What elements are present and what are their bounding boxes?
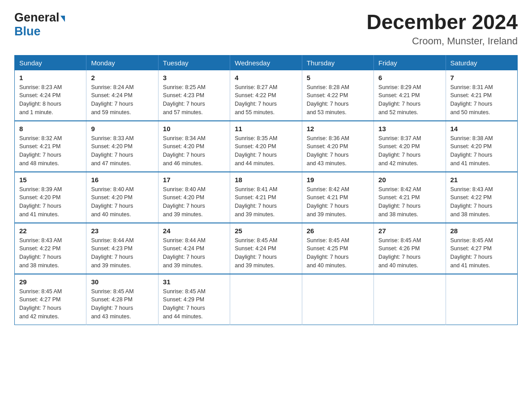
- day-info: Sunrise: 8:25 AMSunset: 4:23 PMDaylight:…: [163, 84, 206, 116]
- day-number: 30: [91, 278, 153, 286]
- calendar-day-cell: 19 Sunrise: 8:42 AMSunset: 4:21 PMDaylig…: [302, 172, 373, 223]
- calendar-day-cell: 22 Sunrise: 8:43 AMSunset: 4:22 PMDaylig…: [15, 223, 86, 274]
- calendar-day-cell: 2 Sunrise: 8:24 AMSunset: 4:24 PMDayligh…: [86, 70, 158, 121]
- day-number: 11: [235, 125, 297, 133]
- calendar-day-cell: 29 Sunrise: 8:45 AMSunset: 4:27 PMDaylig…: [15, 274, 86, 325]
- day-number: 24: [163, 227, 225, 235]
- logo-blue-text: Blue: [14, 25, 41, 39]
- day-info: Sunrise: 8:42 AMSunset: 4:21 PMDaylight:…: [378, 186, 421, 218]
- calendar-day-cell: 12 Sunrise: 8:36 AMSunset: 4:20 PMDaylig…: [302, 121, 373, 172]
- day-info: Sunrise: 8:41 AMSunset: 4:21 PMDaylight:…: [235, 186, 277, 218]
- day-info: Sunrise: 8:35 AMSunset: 4:20 PMDaylight:…: [235, 135, 277, 167]
- day-number: 31: [163, 278, 225, 286]
- calendar-day-cell: [446, 274, 517, 325]
- day-info: Sunrise: 8:31 AMSunset: 4:21 PMDaylight:…: [450, 84, 493, 116]
- day-of-week-header: Wednesday: [230, 55, 302, 70]
- day-number: 15: [19, 176, 82, 184]
- day-info: Sunrise: 8:39 AMSunset: 4:20 PMDaylight:…: [19, 186, 62, 218]
- day-info: Sunrise: 8:45 AMSunset: 4:25 PMDaylight:…: [307, 237, 349, 269]
- day-info: Sunrise: 8:40 AMSunset: 4:20 PMDaylight:…: [163, 186, 206, 218]
- day-number: 19: [307, 176, 369, 184]
- day-of-week-header: Saturday: [446, 55, 517, 70]
- day-number: 9: [91, 125, 153, 133]
- day-info: Sunrise: 8:43 AMSunset: 4:22 PMDaylight:…: [19, 237, 62, 269]
- day-number: 6: [378, 74, 441, 81]
- calendar-day-cell: 6 Sunrise: 8:29 AMSunset: 4:21 PMDayligh…: [374, 70, 446, 121]
- calendar-subtitle: Croom, Munster, Ireland: [366, 35, 518, 47]
- calendar-day-cell: 21 Sunrise: 8:43 AMSunset: 4:22 PMDaylig…: [446, 172, 517, 223]
- calendar-day-cell: 26 Sunrise: 8:45 AMSunset: 4:25 PMDaylig…: [302, 223, 373, 274]
- calendar-day-cell: 25 Sunrise: 8:45 AMSunset: 4:24 PMDaylig…: [230, 223, 302, 274]
- calendar-title: December 2024: [366, 11, 518, 34]
- calendar-day-cell: 5 Sunrise: 8:28 AMSunset: 4:22 PMDayligh…: [302, 70, 373, 121]
- calendar-day-cell: [374, 274, 446, 325]
- day-number: 4: [235, 74, 297, 81]
- calendar-day-cell: 1 Sunrise: 8:23 AMSunset: 4:24 PMDayligh…: [15, 70, 86, 121]
- calendar-day-cell: [230, 274, 302, 325]
- calendar-title-section: December 2024 Croom, Munster, Ireland: [366, 11, 518, 47]
- day-number: 21: [450, 176, 513, 184]
- day-info: Sunrise: 8:42 AMSunset: 4:21 PMDaylight:…: [307, 186, 349, 218]
- calendar-day-cell: 9 Sunrise: 8:33 AMSunset: 4:20 PMDayligh…: [86, 121, 158, 172]
- logo: General Blue: [14, 11, 65, 39]
- day-number: 20: [378, 176, 441, 184]
- day-info: Sunrise: 8:28 AMSunset: 4:22 PMDaylight:…: [307, 84, 349, 116]
- day-number: 22: [19, 227, 82, 235]
- day-info: Sunrise: 8:37 AMSunset: 4:20 PMDaylight:…: [378, 135, 421, 167]
- calendar-day-cell: 27 Sunrise: 8:45 AMSunset: 4:26 PMDaylig…: [374, 223, 446, 274]
- day-info: Sunrise: 8:36 AMSunset: 4:20 PMDaylight:…: [307, 135, 349, 167]
- day-info: Sunrise: 8:45 AMSunset: 4:27 PMDaylight:…: [19, 288, 62, 320]
- day-number: 13: [378, 125, 441, 133]
- calendar-table: SundayMondayTuesdayWednesdayThursdayFrid…: [14, 55, 518, 325]
- calendar-day-cell: 14 Sunrise: 8:38 AMSunset: 4:20 PMDaylig…: [446, 121, 517, 172]
- day-number: 8: [19, 125, 82, 133]
- day-number: 29: [19, 278, 82, 286]
- calendar-day-cell: 11 Sunrise: 8:35 AMSunset: 4:20 PMDaylig…: [230, 121, 302, 172]
- day-of-week-header: Friday: [374, 55, 446, 70]
- day-number: 16: [91, 176, 153, 184]
- day-of-week-header: Thursday: [302, 55, 373, 70]
- day-number: 26: [307, 227, 369, 235]
- day-number: 1: [19, 74, 82, 81]
- calendar-week-row: 15 Sunrise: 8:39 AMSunset: 4:20 PMDaylig…: [15, 172, 518, 223]
- day-info: Sunrise: 8:43 AMSunset: 4:22 PMDaylight:…: [450, 186, 493, 218]
- day-number: 12: [307, 125, 369, 133]
- calendar-day-cell: 15 Sunrise: 8:39 AMSunset: 4:20 PMDaylig…: [15, 172, 86, 223]
- day-of-week-header: Sunday: [15, 55, 86, 70]
- day-number: 10: [163, 125, 225, 133]
- calendar-day-cell: 18 Sunrise: 8:41 AMSunset: 4:21 PMDaylig…: [230, 172, 302, 223]
- day-number: 25: [235, 227, 297, 235]
- calendar-week-row: 29 Sunrise: 8:45 AMSunset: 4:27 PMDaylig…: [15, 274, 518, 325]
- calendar-day-cell: 7 Sunrise: 8:31 AMSunset: 4:21 PMDayligh…: [446, 70, 517, 121]
- page-header: General Blue December 2024 Croom, Munste…: [14, 11, 518, 47]
- calendar-day-cell: 8 Sunrise: 8:32 AMSunset: 4:21 PMDayligh…: [15, 121, 86, 172]
- day-info: Sunrise: 8:23 AMSunset: 4:24 PMDaylight:…: [19, 84, 62, 116]
- day-of-week-header: Tuesday: [158, 55, 230, 70]
- day-info: Sunrise: 8:29 AMSunset: 4:21 PMDaylight:…: [378, 84, 421, 116]
- calendar-day-cell: 17 Sunrise: 8:40 AMSunset: 4:20 PMDaylig…: [158, 172, 230, 223]
- day-number: 27: [378, 227, 441, 235]
- calendar-day-cell: 10 Sunrise: 8:34 AMSunset: 4:20 PMDaylig…: [158, 121, 230, 172]
- calendar-day-cell: 23 Sunrise: 8:44 AMSunset: 4:23 PMDaylig…: [86, 223, 158, 274]
- logo-general-text: General: [14, 11, 60, 25]
- calendar-week-row: 1 Sunrise: 8:23 AMSunset: 4:24 PMDayligh…: [15, 70, 518, 121]
- day-info: Sunrise: 8:27 AMSunset: 4:22 PMDaylight:…: [235, 84, 277, 116]
- day-info: Sunrise: 8:45 AMSunset: 4:27 PMDaylight:…: [450, 237, 493, 269]
- day-number: 23: [91, 227, 153, 235]
- logo-triangle-icon: [60, 16, 65, 22]
- day-number: 14: [450, 125, 513, 133]
- calendar-day-cell: 31 Sunrise: 8:45 AMSunset: 4:29 PMDaylig…: [158, 274, 230, 325]
- day-number: 17: [163, 176, 225, 184]
- calendar-day-cell: 28 Sunrise: 8:45 AMSunset: 4:27 PMDaylig…: [446, 223, 517, 274]
- calendar-day-cell: 20 Sunrise: 8:42 AMSunset: 4:21 PMDaylig…: [374, 172, 446, 223]
- calendar-week-row: 22 Sunrise: 8:43 AMSunset: 4:22 PMDaylig…: [15, 223, 518, 274]
- day-info: Sunrise: 8:40 AMSunset: 4:20 PMDaylight:…: [91, 186, 133, 218]
- day-info: Sunrise: 8:33 AMSunset: 4:20 PMDaylight:…: [91, 135, 133, 167]
- day-info: Sunrise: 8:45 AMSunset: 4:24 PMDaylight:…: [235, 237, 277, 269]
- calendar-day-cell: 24 Sunrise: 8:44 AMSunset: 4:24 PMDaylig…: [158, 223, 230, 274]
- calendar-day-cell: 13 Sunrise: 8:37 AMSunset: 4:20 PMDaylig…: [374, 121, 446, 172]
- day-number: 3: [163, 74, 225, 81]
- calendar-header-row: SundayMondayTuesdayWednesdayThursdayFrid…: [15, 55, 518, 70]
- day-info: Sunrise: 8:44 AMSunset: 4:24 PMDaylight:…: [163, 237, 206, 269]
- day-info: Sunrise: 8:44 AMSunset: 4:23 PMDaylight:…: [91, 237, 133, 269]
